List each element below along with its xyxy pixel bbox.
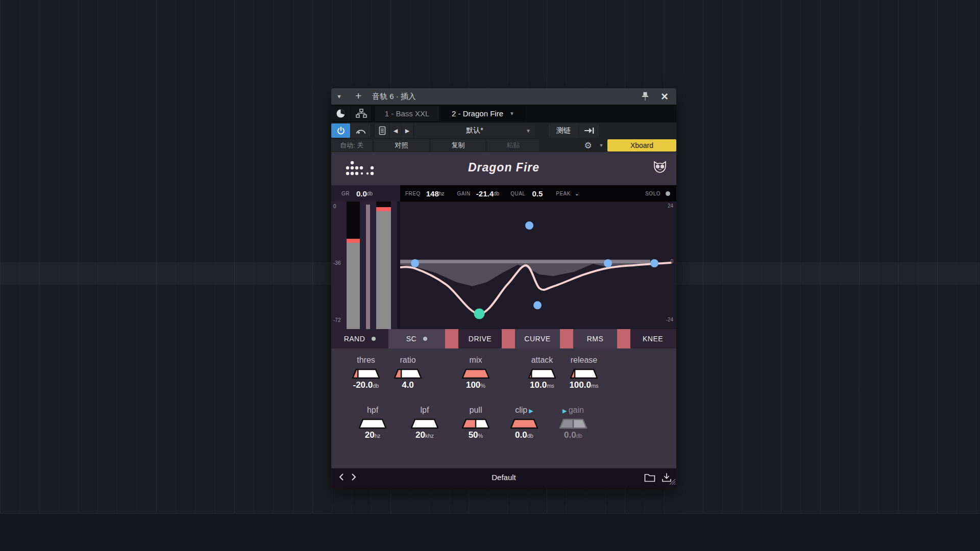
solo-label: SOLO <box>645 191 660 196</box>
slider-release[interactable] <box>570 368 598 379</box>
knob-label: clip ▶ <box>500 406 549 417</box>
arrow-to-bar-icon <box>583 127 595 134</box>
knob-label: release <box>559 356 608 367</box>
link-arrow-icon[interactable]: ▶ <box>527 408 533 414</box>
module-enable-dot[interactable] <box>372 337 376 341</box>
slider-ratio[interactable] <box>394 368 422 379</box>
gain-unit: db <box>494 191 499 196</box>
tab-label: 1 - Bass XXL <box>385 109 430 118</box>
graph-scale-bottom: -24 <box>666 317 673 322</box>
qual-value[interactable]: 0.5 <box>532 189 543 198</box>
knob-release[interactable]: release100.0ms <box>559 356 608 390</box>
knob-pull[interactable]: pull50% <box>451 406 500 440</box>
automation-button[interactable]: 自动: 关 <box>331 139 372 152</box>
tab-divider-bar <box>502 329 515 348</box>
band-handle[interactable] <box>533 301 542 309</box>
prev-preset-button[interactable]: ◀ <box>390 123 401 138</box>
knob-value: 50% <box>451 430 500 440</box>
slider-gain[interactable] <box>559 418 587 429</box>
qual-label: QUAL <box>510 191 525 196</box>
tab-bass-xxl[interactable]: 1 - Bass XXL <box>375 106 439 121</box>
gr-readout: GR 0.0 db <box>331 185 400 202</box>
compare-button[interactable]: 对照 <box>374 139 429 152</box>
chevron-down-icon: ▼ <box>509 111 514 116</box>
meter-bar-left <box>347 202 360 329</box>
module-tab-curve[interactable]: CURVE <box>515 329 560 348</box>
chevron-down-icon[interactable]: ⌄ <box>575 191 579 196</box>
knob-unit: db <box>527 433 533 439</box>
preset-menu-button[interactable] <box>375 123 389 138</box>
link-arrow-icon[interactable]: ▶ <box>562 408 569 414</box>
knob-ratio[interactable]: ratio4.0 <box>383 356 432 390</box>
xboard-button[interactable]: Xboard <box>607 139 676 152</box>
window-titlebar[interactable]: ▼ + 音轨 6 · 插入 × <box>331 88 676 105</box>
freq-label: FREQ <box>405 191 421 196</box>
tab-dragon-fire[interactable]: 2 - Dragon Fire▼ <box>441 106 525 121</box>
paste-button[interactable]: 粘贴 <box>487 139 539 152</box>
gear-icon: ⚙ <box>584 140 592 151</box>
preset-footer: Default <box>331 468 676 488</box>
wrapper-toolbar-2: 自动: 关 对照 复制 粘贴 ⚙ ▼ Xboard <box>331 139 676 152</box>
preset-selector[interactable]: 默认* ▼ <box>414 123 535 138</box>
knob-lpf[interactable]: lpf20khz <box>400 406 449 440</box>
slider-lpf[interactable] <box>410 418 439 429</box>
settings-dropdown[interactable]: ▼ <box>596 139 606 152</box>
cat-logo-icon[interactable] <box>652 159 668 178</box>
xboard-label: Xboard <box>630 141 653 149</box>
module-tab-label: SC <box>406 335 416 343</box>
slider-mix[interactable] <box>461 368 490 379</box>
slider-thres[interactable] <box>352 368 380 379</box>
slider-hpf[interactable] <box>358 418 387 429</box>
solo-toggle[interactable] <box>666 191 670 196</box>
module-tab-sc[interactable]: SC <box>388 329 445 348</box>
smart-disable-button[interactable] <box>351 123 370 138</box>
module-tab-rand[interactable]: RAND <box>331 329 388 348</box>
module-tab-knee[interactable]: KNEE <box>630 329 675 348</box>
gain-value[interactable]: -21.4 <box>476 189 494 198</box>
chevron-down-icon: ▼ <box>526 128 531 134</box>
meter-scale-0: 0 <box>333 204 336 209</box>
knob-clip[interactable]: clip ▶0.0db <box>500 406 549 440</box>
peak-label[interactable]: PEAK <box>556 191 571 196</box>
band-handle-selected[interactable] <box>474 309 485 319</box>
enable-button[interactable] <box>331 123 350 138</box>
graph-scale-zero: 0 <box>670 259 673 264</box>
resize-grip[interactable] <box>668 477 676 487</box>
close-icon[interactable]: × <box>661 89 668 104</box>
meter-bar-right <box>376 202 391 329</box>
wrapper-toolbar: ◀ ▶ 默认* ▼ 测链 <box>331 122 676 139</box>
arc-icon <box>355 126 367 135</box>
module-tab-drive[interactable]: DRIVE <box>458 329 502 348</box>
knob-value: 100.0ms <box>559 380 608 390</box>
next-preset-button[interactable]: ▶ <box>402 123 413 138</box>
gr-unit: db <box>367 191 373 196</box>
freq-value[interactable]: 148 <box>426 189 439 198</box>
band-handle[interactable] <box>604 259 612 267</box>
pin-icon[interactable] <box>642 91 649 104</box>
knob-mix[interactable]: mix100% <box>451 356 500 390</box>
slot-state-icon[interactable] <box>331 106 350 121</box>
eq-curve-plot[interactable]: 24 0 -24 <box>400 202 676 329</box>
plugin-title: Dragon Fire <box>331 161 676 174</box>
add-icon[interactable]: + <box>355 90 361 102</box>
band-handle[interactable] <box>411 259 419 267</box>
slider-clip[interactable] <box>510 418 538 429</box>
folder-icon[interactable] <box>644 472 656 485</box>
module-enable-dot[interactable] <box>423 337 427 341</box>
detached-button[interactable] <box>579 123 599 138</box>
window-menu-icon[interactable]: ▼ <box>336 93 342 99</box>
module-tab-label: CURVE <box>524 335 550 343</box>
slider-pull[interactable] <box>461 418 490 429</box>
current-preset-name[interactable]: Default <box>331 473 676 482</box>
band-handle[interactable] <box>650 259 658 267</box>
settings-button[interactable]: ⚙ <box>580 139 596 152</box>
module-tab-rms[interactable]: RMS <box>573 329 617 348</box>
slider-attack[interactable] <box>528 368 556 379</box>
sidechain-label: 测链 <box>556 126 571 135</box>
sidechain-button[interactable]: 测链 <box>549 123 578 138</box>
band-handle[interactable] <box>525 221 533 230</box>
copy-button[interactable]: 复制 <box>431 139 485 152</box>
knob-hpf[interactable]: hpf20hz <box>348 406 397 440</box>
knob-gain[interactable]: ▶ gain0.0db <box>549 406 598 440</box>
routing-tree-icon[interactable] <box>351 106 371 121</box>
